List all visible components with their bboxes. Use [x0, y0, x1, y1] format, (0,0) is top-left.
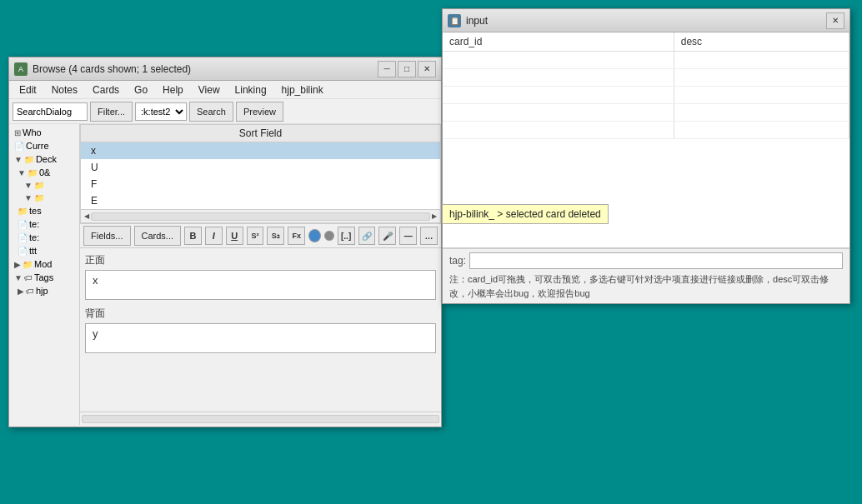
input-close-button[interactable]: ✕	[826, 12, 844, 29]
bold-button[interactable]: B	[184, 227, 202, 245]
filter-button[interactable]: Filter...	[90, 102, 133, 122]
sidebar-item-tags[interactable]: ▼ 🏷 Tags	[11, 271, 78, 284]
current-icon: 📄	[14, 142, 24, 151]
sidebar-item-current[interactable]: 📄 Curre	[11, 139, 78, 152]
minimize-button[interactable]: ─	[378, 61, 396, 77]
input-tag-row: tag:	[449, 252, 843, 269]
sidebar-item-hjp[interactable]: ▶ 🏷 hjp	[11, 284, 78, 297]
sub1-folder-icon: 📁	[34, 181, 44, 190]
sidebar-item-0[interactable]: ▼ 📁 0&	[11, 166, 78, 179]
scroll-right-icon[interactable]: ▶	[430, 212, 439, 220]
sidebar-label-tags: Tags	[34, 272, 53, 282]
back-value[interactable]: y	[85, 323, 436, 353]
front-field-section: 正面 x	[85, 253, 436, 300]
tag-input[interactable]	[469, 252, 843, 269]
front-label: 正面	[85, 253, 436, 267]
sort-field-item-u[interactable]: U	[81, 159, 440, 176]
main-content: Sort Field x U F E ◀ ▶ Fields... Cards..…	[80, 124, 441, 425]
sort-field-item-x[interactable]: x	[81, 142, 440, 159]
table-row	[443, 69, 849, 87]
table-row	[443, 104, 849, 122]
sort-field-header: Sort Field	[81, 125, 440, 142]
subscript-button[interactable]: S₂	[267, 227, 284, 245]
search-button[interactable]: Search	[189, 102, 233, 122]
desktop: A Browse (4 cards shown; 1 selected) ─ □…	[0, 0, 862, 504]
superscript-button[interactable]: S²	[247, 227, 264, 245]
tags-icon: 🏷	[24, 273, 33, 282]
sidebar-item-deck[interactable]: ▼ 📁 Deck	[11, 152, 78, 166]
maximize-button[interactable]: □	[398, 61, 416, 77]
te1-icon: 📄	[18, 220, 28, 229]
input-table: card_id desc	[443, 32, 849, 139]
fields-button[interactable]: Fields...	[83, 226, 131, 246]
menu-linking[interactable]: Linking	[228, 82, 273, 97]
sidebar-item-who[interactable]: ⊞ Who	[11, 126, 78, 139]
hjp-icon: ▶	[18, 287, 24, 296]
browse-body: ⊞ Who 📄 Curre ▼ 📁 Deck ▼ 📁 0&	[9, 124, 441, 425]
scroll-left-icon[interactable]: ◀	[83, 212, 91, 220]
preview-button[interactable]: Preview	[236, 102, 283, 122]
menu-cards[interactable]: Cards	[86, 82, 126, 97]
sub1-icon: ▼	[24, 181, 33, 190]
close-button[interactable]: ✕	[418, 61, 436, 77]
dash-button[interactable]: —	[399, 227, 417, 245]
search-dialog-input[interactable]	[13, 102, 88, 121]
color-picker-blue[interactable]	[308, 229, 321, 242]
menu-go[interactable]: Go	[128, 82, 154, 97]
mic-button[interactable]: 🎤	[378, 227, 396, 245]
input-bottom: tag: 注：card_id可拖拽，可双击预览，多选右键可针对选中项直接进行链接…	[443, 248, 849, 303]
sidebar-label-tes: tes	[29, 206, 42, 216]
bracket-button[interactable]: [..]	[338, 227, 355, 245]
sidebar-label-mod: Mod	[34, 259, 52, 269]
sidebar-item-tes[interactable]: 📁 tes	[11, 204, 78, 217]
sidebar-item-te1[interactable]: 📄 te:	[11, 217, 78, 231]
menu-help[interactable]: Help	[156, 82, 190, 97]
fx-button[interactable]: Fx	[288, 227, 305, 245]
input-window-controls: ✕	[826, 12, 844, 29]
menu-notes[interactable]: Notes	[45, 82, 84, 97]
sidebar-label-te2: te:	[29, 232, 39, 242]
menu-hjp-bilink[interactable]: hjp_bilink	[275, 82, 330, 97]
sub2-folder-icon: 📁	[34, 193, 44, 202]
browse-titlebar: A Browse (4 cards shown; 1 selected) ─ □…	[9, 57, 441, 81]
sort-field-panel: Sort Field x U F E ◀ ▶	[80, 124, 441, 223]
sidebar-item-sub2[interactable]: ▼ 📁	[11, 192, 78, 204]
input-window-icon: 📋	[448, 14, 461, 27]
horizontal-scrollbar[interactable]	[91, 212, 430, 221]
deck-folder-icon: 📁	[24, 155, 34, 164]
sidebar-item-te2[interactable]: 📄 te:	[11, 231, 78, 244]
menu-edit[interactable]: Edit	[13, 82, 43, 97]
sub2-icon: ▼	[24, 193, 33, 202]
sidebar-label-hjp: hjp	[36, 286, 48, 296]
back-field-section: 背面 y	[85, 307, 436, 353]
color-picker-gray[interactable]	[324, 231, 333, 241]
cards-button[interactable]: Cards...	[134, 226, 182, 246]
table-row	[443, 52, 849, 69]
italic-button[interactable]: I	[205, 227, 223, 245]
tag-label: tag:	[449, 255, 466, 267]
bottom-scroll-track[interactable]	[82, 415, 439, 423]
sort-scrollbar-area: ◀ ▶	[81, 209, 440, 222]
sidebar-item-ttt[interactable]: 📄 ttt	[11, 244, 78, 257]
back-label: 背面	[85, 307, 436, 321]
search-type-select[interactable]: :k:test2	[135, 102, 187, 121]
sidebar-item-sub1[interactable]: ▼ 📁	[11, 179, 78, 192]
col-card-id: card_id	[443, 32, 674, 52]
sidebar: ⊞ Who 📄 Curre ▼ 📁 Deck ▼ 📁 0&	[9, 124, 80, 425]
sidebar-label-te1: te:	[29, 219, 39, 229]
mod-icon: ▶	[14, 260, 21, 269]
browse-window-title: Browse (4 cards shown; 1 selected)	[33, 63, 378, 75]
ellipsis-button[interactable]: …	[420, 227, 438, 245]
input-body: card_id desc	[443, 32, 849, 303]
sort-field-item-e[interactable]: E	[81, 192, 440, 209]
front-value[interactable]: x	[85, 270, 436, 300]
sort-field-item-f[interactable]: F	[81, 176, 440, 192]
window-scroll-bottom	[80, 412, 441, 425]
0-expand-icon: ▼	[18, 168, 26, 177]
input-titlebar: 📋 input ✕	[443, 9, 849, 32]
menu-view[interactable]: View	[192, 82, 227, 97]
sidebar-label-who: Who	[23, 127, 42, 137]
sidebar-item-mod[interactable]: ▶ 📁 Mod	[11, 257, 78, 271]
link-button[interactable]: 🔗	[358, 227, 376, 245]
underline-button[interactable]: U	[226, 227, 243, 245]
